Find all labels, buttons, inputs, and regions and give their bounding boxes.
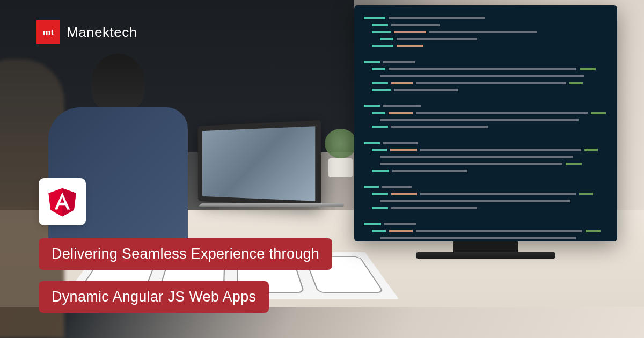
laptop-screen (198, 120, 321, 207)
logo-badge-icon: mt (36, 20, 60, 44)
svg-marker-1 (62, 188, 76, 217)
brand-logo: mt Manektech (36, 20, 137, 44)
headline-line-2: Dynamic Angular JS Web Apps (39, 281, 269, 313)
headline-line-1: Delivering Seamless Experience through (39, 238, 332, 270)
person-head (91, 54, 145, 113)
code-editor-screen (354, 5, 617, 241)
laptop (191, 123, 341, 225)
desktop-monitor (354, 5, 617, 306)
person-developer (48, 54, 199, 258)
logo-text: Manektech (67, 24, 137, 41)
angular-icon-badge (39, 178, 86, 225)
logo-mark: mt (43, 27, 54, 38)
angular-icon (46, 185, 78, 219)
